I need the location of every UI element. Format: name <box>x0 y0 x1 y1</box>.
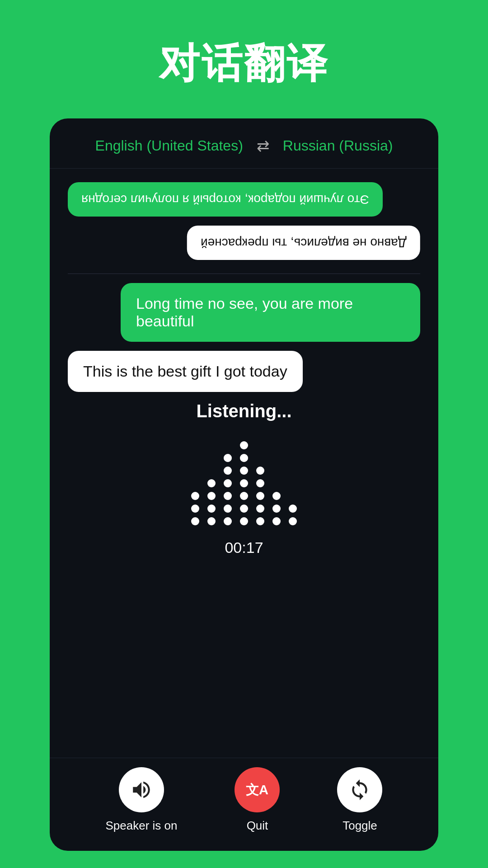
conversation-area: Это лучший подарок, который я получил се… <box>50 169 438 758</box>
toggle-label: Toggle <box>343 819 377 833</box>
viz-dot <box>272 517 281 525</box>
flipped-messages: Это лучший подарок, который я получил се… <box>68 182 420 260</box>
speaker-button[interactable] <box>119 767 164 812</box>
viz-dot <box>191 492 199 500</box>
normal-messages: Long time no see, you are more beautiful… <box>68 283 420 392</box>
listening-section: Listening... <box>68 392 420 575</box>
viz-dot <box>256 492 264 500</box>
viz-column-6 <box>272 492 281 525</box>
viz-dot <box>240 454 248 462</box>
svg-text:文A: 文A <box>246 783 268 797</box>
viz-dot <box>289 505 297 513</box>
viz-dot <box>207 492 216 500</box>
quit-control: 文A Quit <box>235 767 280 833</box>
speaker-icon <box>130 778 153 801</box>
viz-dot <box>256 479 264 487</box>
list-item: Это лучший подарок, который я получил се… <box>68 182 383 217</box>
viz-column-2 <box>207 479 216 525</box>
viz-dot <box>256 467 264 475</box>
viz-dot <box>224 454 232 462</box>
speaker-label: Speaker is on <box>106 819 178 833</box>
listening-label: Listening... <box>196 401 291 421</box>
viz-column-7 <box>289 505 297 525</box>
viz-dot <box>224 505 232 513</box>
main-card: English (United States) ⇄ Russian (Russi… <box>50 118 438 851</box>
viz-dot <box>224 517 232 525</box>
viz-dot <box>240 479 248 487</box>
viz-dot <box>207 479 216 487</box>
viz-dot <box>224 467 232 475</box>
viz-dot <box>256 505 264 513</box>
viz-dot <box>240 467 248 475</box>
language-header: English (United States) ⇄ Russian (Russi… <box>50 118 438 169</box>
section-divider <box>68 274 420 274</box>
viz-dot <box>240 492 248 500</box>
viz-dot <box>207 505 216 513</box>
viz-dot <box>272 492 281 500</box>
source-language[interactable]: English (United States) <box>95 137 243 154</box>
viz-dot <box>191 505 199 513</box>
viz-column-3 <box>224 454 232 525</box>
target-language[interactable]: Russian (Russia) <box>283 137 393 154</box>
audio-visualizer <box>191 435 297 525</box>
quit-button[interactable]: 文A <box>235 767 280 812</box>
swap-languages-icon[interactable]: ⇄ <box>257 137 269 155</box>
bottom-controls: Speaker is on 文A Quit Toggle <box>50 758 438 851</box>
viz-dot <box>256 517 264 525</box>
viz-column-1 <box>191 492 199 525</box>
translate-icon: 文A <box>246 778 268 801</box>
viz-dot <box>240 441 248 449</box>
viz-dot <box>207 517 216 525</box>
list-item: Давно не виделись, ты прекрасней <box>187 226 420 260</box>
toggle-control: Toggle <box>337 767 382 833</box>
viz-dot <box>191 517 199 525</box>
viz-column-5 <box>256 467 264 525</box>
viz-dot <box>272 505 281 513</box>
viz-dot <box>240 517 248 525</box>
list-item: Long time no see, you are more beautiful <box>121 283 420 342</box>
app-title: 对话翻译 <box>159 36 329 91</box>
viz-column-4 <box>240 441 248 525</box>
toggle-icon <box>348 778 371 801</box>
quit-label: Quit <box>247 819 268 833</box>
speaker-control: Speaker is on <box>106 767 178 833</box>
viz-dot <box>224 492 232 500</box>
viz-dot <box>240 505 248 513</box>
viz-dot <box>289 517 297 525</box>
toggle-button[interactable] <box>337 767 382 812</box>
recording-timer: 00:17 <box>225 539 263 557</box>
viz-dot <box>224 479 232 487</box>
list-item: This is the best gift I got today <box>68 351 303 392</box>
